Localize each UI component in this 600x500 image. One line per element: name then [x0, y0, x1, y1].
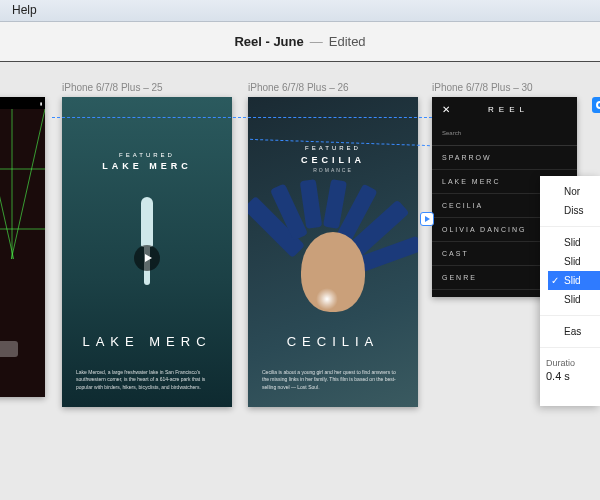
duration-label: Duratio: [540, 348, 600, 368]
transition-option[interactable]: Nor: [548, 182, 600, 201]
svg-line-0: [0, 109, 45, 259]
card-title-small: LAKE MERC: [62, 161, 232, 171]
document-title: Reel - June: [234, 34, 303, 49]
transition-option[interactable]: Slid: [548, 233, 600, 252]
duration-value[interactable]: 0.4 s: [540, 368, 600, 382]
menu-item[interactable]: SPARROW: [432, 146, 577, 170]
card-subtitle: ROMANCE: [248, 167, 418, 173]
transition-popover[interactable]: Nor Diss Slid Slid Slid Slid Eas Duratio…: [540, 176, 600, 406]
transition-option[interactable]: Slid: [548, 290, 600, 309]
titlebar: Reel - June — Edited: [0, 22, 600, 62]
status-bar: 4:21 ▮: [0, 97, 45, 109]
artboard-lake-merc[interactable]: FEATURED LAKE MERC LAKE MERC Lake Merced…: [62, 97, 232, 407]
hero-title: CECILIA: [248, 334, 418, 349]
hero-description: Lake Merced, a large freshwater lake in …: [76, 369, 218, 392]
kicker-text: FEATURED: [248, 145, 418, 151]
lens-flare-icon: [316, 288, 338, 310]
transition-option-selected[interactable]: Slid: [548, 271, 600, 290]
transition-option[interactable]: Diss: [548, 201, 600, 220]
transition-option[interactable]: Slid: [548, 252, 600, 271]
document-status: Edited: [329, 34, 366, 49]
close-icon[interactable]: ✕: [442, 104, 450, 115]
menubar[interactable]: Help: [0, 0, 600, 22]
frame-label[interactable]: iPhone 6/7/8 Plus – 30: [432, 82, 533, 93]
search-icon: [596, 101, 601, 110]
card-title-small: CECILIA: [248, 155, 418, 165]
hero-figure: [273, 202, 393, 332]
svg-point-7: [597, 102, 601, 108]
play-button[interactable]: [134, 245, 160, 271]
frame-label[interactable]: iPhone 6/7/8 Plus – 25: [62, 82, 163, 93]
design-canvas[interactable]: iPhone 6/7/8 Plus – 25 iPhone 6/7/8 Plus…: [0, 62, 600, 500]
search-row[interactable]: Search: [432, 121, 577, 146]
frame-label[interactable]: iPhone 6/7/8 Plus – 26: [248, 82, 349, 93]
prototype-link[interactable]: [52, 117, 432, 118]
prototype-hotspot-search[interactable]: [592, 97, 600, 113]
layout-mesh-overlay: [0, 109, 45, 259]
transition-option[interactable]: Eas: [548, 322, 600, 341]
status-battery-icon: ▮: [40, 101, 42, 106]
title-separator: —: [310, 34, 323, 49]
artboard-1[interactable]: 4:21 ▮: [0, 97, 45, 397]
menu-help[interactable]: Help: [12, 3, 37, 17]
kicker-text: FEATURED: [62, 152, 232, 158]
svg-line-1: [0, 109, 45, 259]
card-placeholder: [0, 341, 18, 357]
hero-description: Cecilia is about a young girl and her qu…: [262, 369, 404, 392]
search-placeholder: Search: [442, 130, 461, 136]
hero-title: LAKE MERC: [62, 334, 232, 349]
app-brand: REEL: [450, 105, 567, 114]
prototype-arrow-icon[interactable]: [420, 212, 434, 226]
